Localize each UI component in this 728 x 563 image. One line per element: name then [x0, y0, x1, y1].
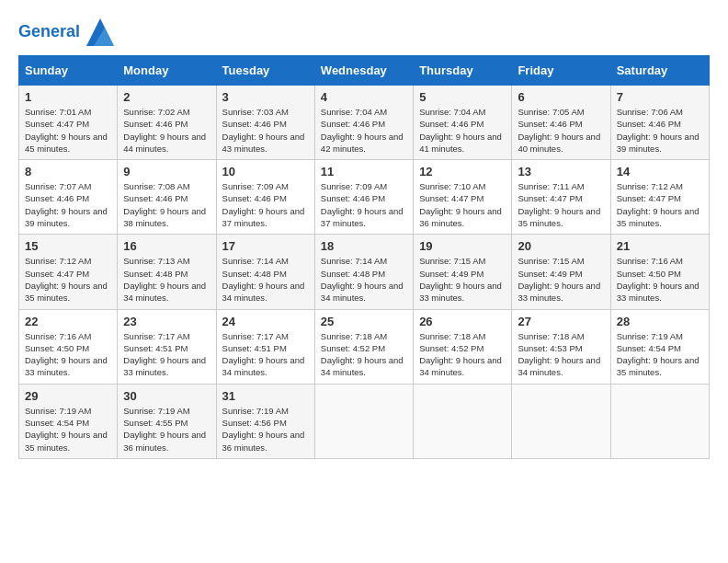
day-info: Sunrise: 7:11 AMSunset: 4:47 PMDaylight:…	[518, 180, 604, 229]
calendar-cell: 27Sunrise: 7:18 AMSunset: 4:53 PMDayligh…	[512, 309, 610, 384]
calendar-cell: 3Sunrise: 7:03 AMSunset: 4:46 PMDaylight…	[216, 86, 314, 160]
day-info: Sunrise: 7:14 AMSunset: 4:48 PMDaylight:…	[321, 255, 407, 304]
day-number: 24	[222, 315, 309, 328]
calendar-cell: 8Sunrise: 7:07 AMSunset: 4:46 PMDaylight…	[19, 160, 118, 235]
calendar-cell: 2Sunrise: 7:02 AMSunset: 4:46 PMDaylight…	[118, 86, 216, 160]
day-info: Sunrise: 7:12 AMSunset: 4:47 PMDaylight:…	[25, 255, 111, 304]
day-info: Sunrise: 7:19 AMSunset: 4:54 PMDaylight:…	[25, 405, 111, 454]
day-number: 6	[518, 90, 604, 104]
day-number: 4	[321, 90, 407, 104]
calendar-cell: 22Sunrise: 7:16 AMSunset: 4:50 PMDayligh…	[19, 309, 118, 384]
day-number: 9	[123, 165, 210, 178]
day-info: Sunrise: 7:05 AMSunset: 4:46 PMDaylight:…	[518, 106, 604, 155]
day-info: Sunrise: 7:08 AMSunset: 4:46 PMDaylight:…	[123, 180, 210, 229]
calendar-cell: 29Sunrise: 7:19 AMSunset: 4:54 PMDayligh…	[19, 384, 118, 458]
day-info: Sunrise: 7:02 AMSunset: 4:46 PMDaylight:…	[123, 106, 210, 155]
page-header: General	[18, 18, 710, 46]
day-number: 2	[123, 90, 210, 104]
day-number: 13	[518, 165, 604, 178]
weekday-header-sunday: Sunday	[19, 56, 118, 86]
day-info: Sunrise: 7:15 AMSunset: 4:49 PMDaylight:…	[518, 255, 604, 304]
week-row-4: 22Sunrise: 7:16 AMSunset: 4:50 PMDayligh…	[19, 309, 710, 384]
day-number: 28	[617, 315, 703, 328]
calendar-cell: 21Sunrise: 7:16 AMSunset: 4:50 PMDayligh…	[610, 235, 709, 309]
calendar-cell: 7Sunrise: 7:06 AMSunset: 4:46 PMDaylight…	[610, 86, 709, 160]
day-info: Sunrise: 7:17 AMSunset: 4:51 PMDaylight:…	[123, 330, 210, 379]
logo-icon	[86, 18, 114, 46]
day-info: Sunrise: 7:15 AMSunset: 4:49 PMDaylight:…	[419, 255, 506, 304]
day-number: 8	[25, 165, 111, 178]
calendar-cell: 13Sunrise: 7:11 AMSunset: 4:47 PMDayligh…	[512, 160, 610, 235]
day-number: 31	[222, 389, 309, 403]
calendar-cell: 24Sunrise: 7:17 AMSunset: 4:51 PMDayligh…	[216, 309, 314, 384]
calendar-cell: 16Sunrise: 7:13 AMSunset: 4:48 PMDayligh…	[118, 235, 216, 309]
weekday-header-saturday: Saturday	[610, 56, 709, 86]
day-info: Sunrise: 7:18 AMSunset: 4:53 PMDaylight:…	[518, 330, 604, 379]
logo: General	[18, 18, 114, 46]
calendar-cell: 1Sunrise: 7:01 AMSunset: 4:47 PMDaylight…	[19, 86, 118, 160]
calendar-cell: 25Sunrise: 7:18 AMSunset: 4:52 PMDayligh…	[314, 309, 413, 384]
calendar-cell: 12Sunrise: 7:10 AMSunset: 4:47 PMDayligh…	[414, 160, 512, 235]
calendar-cell	[610, 384, 709, 458]
day-info: Sunrise: 7:19 AMSunset: 4:56 PMDaylight:…	[222, 405, 309, 454]
day-number: 23	[123, 315, 210, 328]
day-info: Sunrise: 7:09 AMSunset: 4:46 PMDaylight:…	[321, 180, 407, 229]
day-number: 17	[222, 239, 309, 253]
day-number: 15	[25, 239, 111, 253]
day-number: 5	[419, 90, 506, 104]
day-info: Sunrise: 7:04 AMSunset: 4:46 PMDaylight:…	[419, 106, 506, 155]
calendar-cell: 31Sunrise: 7:19 AMSunset: 4:56 PMDayligh…	[216, 384, 314, 458]
day-info: Sunrise: 7:09 AMSunset: 4:46 PMDaylight:…	[222, 180, 309, 229]
day-number: 20	[518, 239, 604, 253]
calendar-cell: 18Sunrise: 7:14 AMSunset: 4:48 PMDayligh…	[314, 235, 413, 309]
weekday-header-thursday: Thursday	[414, 56, 512, 86]
calendar-cell	[414, 384, 512, 458]
day-number: 3	[222, 90, 309, 104]
day-number: 21	[617, 239, 703, 253]
weekday-header-row: SundayMondayTuesdayWednesdayThursdayFrid…	[19, 56, 710, 86]
day-info: Sunrise: 7:19 AMSunset: 4:55 PMDaylight:…	[123, 405, 210, 454]
calendar-cell: 26Sunrise: 7:18 AMSunset: 4:52 PMDayligh…	[414, 309, 512, 384]
calendar-cell: 28Sunrise: 7:19 AMSunset: 4:54 PMDayligh…	[610, 309, 709, 384]
day-info: Sunrise: 7:01 AMSunset: 4:47 PMDaylight:…	[25, 106, 111, 155]
day-number: 14	[617, 165, 703, 178]
calendar-cell: 4Sunrise: 7:04 AMSunset: 4:46 PMDaylight…	[314, 86, 413, 160]
day-number: 29	[25, 389, 111, 403]
day-info: Sunrise: 7:18 AMSunset: 4:52 PMDaylight:…	[419, 330, 506, 379]
day-info: Sunrise: 7:07 AMSunset: 4:46 PMDaylight:…	[25, 180, 111, 229]
day-info: Sunrise: 7:13 AMSunset: 4:48 PMDaylight:…	[123, 255, 210, 304]
day-number: 11	[321, 165, 407, 178]
day-info: Sunrise: 7:19 AMSunset: 4:54 PMDaylight:…	[617, 330, 703, 379]
logo-general: General	[18, 22, 80, 40]
calendar-cell: 20Sunrise: 7:15 AMSunset: 4:49 PMDayligh…	[512, 235, 610, 309]
day-number: 7	[617, 90, 703, 104]
calendar-cell: 9Sunrise: 7:08 AMSunset: 4:46 PMDaylight…	[118, 160, 216, 235]
day-info: Sunrise: 7:18 AMSunset: 4:52 PMDaylight:…	[321, 330, 407, 379]
day-number: 10	[222, 165, 309, 178]
week-row-5: 29Sunrise: 7:19 AMSunset: 4:54 PMDayligh…	[19, 384, 710, 458]
weekday-header-tuesday: Tuesday	[216, 56, 314, 86]
day-info: Sunrise: 7:14 AMSunset: 4:48 PMDaylight:…	[222, 255, 309, 304]
calendar-cell: 6Sunrise: 7:05 AMSunset: 4:46 PMDaylight…	[512, 86, 610, 160]
day-info: Sunrise: 7:16 AMSunset: 4:50 PMDaylight:…	[617, 255, 703, 304]
day-info: Sunrise: 7:03 AMSunset: 4:46 PMDaylight:…	[222, 106, 309, 155]
day-number: 27	[518, 315, 604, 328]
day-number: 16	[123, 239, 210, 253]
calendar-cell: 14Sunrise: 7:12 AMSunset: 4:47 PMDayligh…	[610, 160, 709, 235]
day-info: Sunrise: 7:12 AMSunset: 4:47 PMDaylight:…	[617, 180, 703, 229]
calendar-cell: 15Sunrise: 7:12 AMSunset: 4:47 PMDayligh…	[19, 235, 118, 309]
day-number: 26	[419, 315, 506, 328]
calendar-cell: 30Sunrise: 7:19 AMSunset: 4:55 PMDayligh…	[118, 384, 216, 458]
day-info: Sunrise: 7:16 AMSunset: 4:50 PMDaylight:…	[25, 330, 111, 379]
day-number: 30	[123, 389, 210, 403]
day-info: Sunrise: 7:06 AMSunset: 4:46 PMDaylight:…	[617, 106, 703, 155]
calendar-cell: 10Sunrise: 7:09 AMSunset: 4:46 PMDayligh…	[216, 160, 314, 235]
weekday-header-friday: Friday	[512, 56, 610, 86]
day-number: 25	[321, 315, 407, 328]
calendar-cell: 11Sunrise: 7:09 AMSunset: 4:46 PMDayligh…	[314, 160, 413, 235]
weekday-header-monday: Monday	[118, 56, 216, 86]
week-row-3: 15Sunrise: 7:12 AMSunset: 4:47 PMDayligh…	[19, 235, 710, 309]
day-number: 12	[419, 165, 506, 178]
calendar-cell	[512, 384, 610, 458]
weekday-header-wednesday: Wednesday	[314, 56, 413, 86]
